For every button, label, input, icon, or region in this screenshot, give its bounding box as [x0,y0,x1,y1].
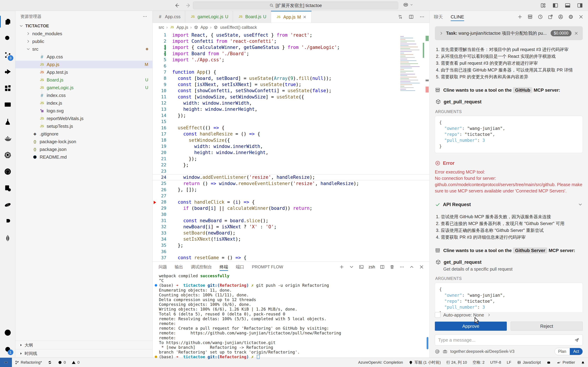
status-bell[interactable] [578,358,588,367]
status-UTF-8[interactable]: UTF-8 [487,358,504,367]
reject-button[interactable]: Reject [511,322,583,331]
activity-gear[interactable]: 1 [0,341,16,358]
tree-item-reportWebVitals.js[interactable]: JSreportWebVitals.js [16,115,153,122]
activity-kubernetes[interactable] [0,147,16,163]
status-errorO[interactable]: 0 [55,358,68,367]
status-warn[interactable]: 0 [68,358,82,367]
tab-cline[interactable]: CLINE [451,11,464,23]
mention-icon[interactable] [435,349,440,354]
tree-item-App.test.js[interactable]: JSApp.test.js [16,68,153,76]
tree-item-.gitignore[interactable]: ◆.gitignore [16,130,153,138]
open-changes-icon[interactable] [398,14,403,20]
tree-item-public[interactable]: public [16,38,153,45]
plan-act-toggle[interactable]: Plan Act [554,348,583,355]
new-task-icon[interactable] [517,14,523,20]
task-card[interactable]: Task: wang-junjian/tictactoe 项目中分配给我的 pu… [435,26,583,40]
tree-item-node_modules[interactable]: node_modules [16,30,153,38]
activity-test-flask[interactable] [0,113,16,130]
panel-tab-输出[interactable]: 输出 [175,262,183,272]
new-terminal-icon[interactable] [339,264,344,270]
minimap[interactable] [398,34,424,132]
status-remote[interactable] [0,358,12,367]
auto-approve-checkbox[interactable] [435,312,441,318]
close-task-icon[interactable] [574,31,579,36]
status-robot[interactable] [544,358,554,367]
panel-tab-端口[interactable]: 端口 [236,262,244,272]
tree-item-package-lock.json[interactable]: {}package-lock.json [16,138,153,145]
toggle-sidebar-right-icon[interactable] [577,2,583,8]
tree-item-App.js[interactable]: JSApp.jsM [16,61,153,68]
chevron-down-icon[interactable] [578,202,583,207]
activity-mongodb[interactable] [0,230,16,246]
status-braces[interactable]: JavaScript [514,358,544,367]
tree-item-gameLogic.js[interactable]: JSgameLogic.jsU [16,84,153,92]
breadcrumb[interactable]: src›JSApp.js›App›useEffect() callback [153,23,429,32]
activity-account[interactable] [0,324,16,341]
activity-docker[interactable] [0,130,16,147]
settings-icon[interactable] [568,14,574,20]
history-icon[interactable] [537,14,543,20]
maximize-panel-icon[interactable] [409,264,414,270]
forward-icon[interactable] [186,2,192,8]
tree-item-README.md[interactable]: README.md [16,153,153,161]
back-icon[interactable] [174,2,180,8]
activity-remote-explorer[interactable] [0,97,16,113]
status-branch[interactable]: Refactoring* [12,358,45,367]
kill-terminal-icon[interactable] [389,264,395,270]
command-center-search[interactable]: [扩展开发宿主] tictactoe [193,1,398,9]
act-option[interactable]: Act [570,348,583,355]
close-tab-icon[interactable] [303,15,307,19]
close-panel-icon[interactable] [419,264,424,270]
activity-promptflow[interactable] [0,213,16,230]
status-LF[interactable]: LF [504,358,514,367]
message-input[interactable]: Type a message... [435,334,583,345]
split-terminal-icon[interactable] [380,264,385,270]
close-icon[interactable] [578,14,584,20]
breadcrumb-item[interactable]: src [159,25,164,30]
activity-source-control[interactable]: 3 [0,47,16,63]
account-icon[interactable] [558,14,563,20]
split-editor-icon[interactable] [408,14,414,20]
breadcrumb-item[interactable]: App.js [177,25,188,30]
panel-tab-PROMPT FLOW[interactable]: PROMPT FLOW [252,262,283,272]
tab-gameLogic.js[interactable]: JSgameLogic.jsU [185,11,233,23]
open-in-editor-icon[interactable] [548,14,553,20]
tab-App.css[interactable]: #App.css [153,11,185,23]
section-大纲[interactable]: 大纲 [16,341,153,349]
customize-layout-icon[interactable] [540,2,546,8]
tree-item-Board.js[interactable]: JSBoard.jsU [16,76,153,84]
mcp-servers-icon[interactable] [527,14,533,20]
panel-tab-调试控制台[interactable]: 调试控制台 [191,262,212,272]
tree-item-setupTests.js[interactable]: JSsetupTests.js [16,122,153,130]
model-label[interactable]: together:deepseek-ai/DeepSeek-V3 [450,349,514,354]
tab-Board.js[interactable]: JSBoard.jsU [233,11,271,23]
terminal[interactable]: webpack compiled successfully^C(base) ➜ … [153,272,429,359]
send-icon[interactable] [574,337,579,343]
api-request-header[interactable]: API Request [435,202,583,207]
approve-button[interactable]: Approve [435,322,507,331]
tree-item-src[interactable]: src [16,45,153,53]
tree-item-package.json[interactable]: {}package.json [16,145,153,153]
status-sync[interactable] [45,358,55,367]
more-actions-icon[interactable] [399,264,405,270]
status-空格: 2[interactable]: 空格: 2 [470,358,487,367]
activity-github[interactable] [0,163,16,180]
tree-item-index.css[interactable]: #index.css [16,92,153,99]
tab-chat[interactable]: 聊天 [434,11,443,23]
activity-files[interactable] [0,13,16,30]
tab-App.js[interactable]: JSApp.jsM [271,11,312,23]
terminal-scrollbar[interactable] [427,337,428,349]
camera-icon[interactable] [443,349,447,354]
status-行 24, 列 10[interactable]: 行 24, 列 10 [443,358,469,367]
section-时间线[interactable]: 时间线 [16,349,153,358]
code-editor[interactable]: 1import React, { useState, useEffect } f… [153,32,429,261]
activity-extensions[interactable] [0,80,16,97]
panel-tab-问题[interactable]: 问题 [159,262,167,272]
toggle-panel-icon[interactable] [564,2,571,8]
toggle-sidebar-left-icon[interactable] [552,2,559,8]
more-actions-icon[interactable] [419,14,425,20]
auto-approve-row[interactable]: Auto-approve: None [435,312,583,318]
activity-cmake[interactable] [0,180,16,196]
activity-search[interactable] [0,30,16,47]
status-check2[interactable]: Prettier [554,358,578,367]
